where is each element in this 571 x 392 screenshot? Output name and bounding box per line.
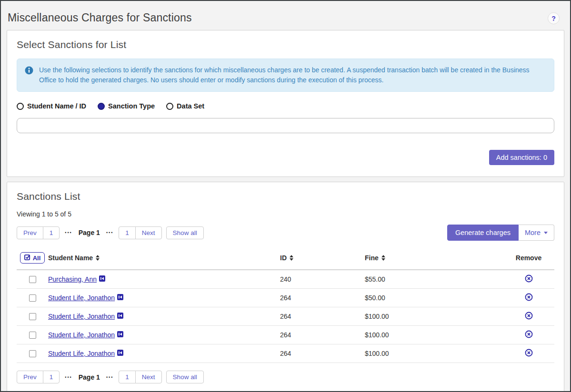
sort-icon[interactable] [381, 255, 385, 261]
sort-icon[interactable] [290, 255, 293, 261]
radio-sanction-type[interactable]: Sanction Type [98, 102, 155, 110]
row-checkbox[interactable] [29, 332, 36, 339]
info-message-text: Use the following selections to identify… [39, 65, 546, 85]
remove-circle-x-icon [525, 274, 533, 284]
remove-button[interactable] [525, 312, 533, 321]
radio-student-name-id[interactable]: Student Name / ID [17, 102, 86, 110]
prev-group: Prev 1 [17, 371, 60, 383]
open-record-icon [117, 313, 123, 320]
fine-cell: $100.00 [365, 350, 503, 357]
first-page-button[interactable]: 1 [43, 226, 60, 239]
list-section-title: Sanctions List [17, 191, 554, 202]
prev-group: Prev 1 [17, 226, 60, 239]
row-checkbox[interactable] [29, 350, 36, 357]
radio-circle-icon [166, 103, 173, 110]
table-row: Student Life, Jonathon 264 $50.00 [17, 289, 554, 307]
table-row: Student Life, Jonathon 264 $100.00 [17, 344, 554, 363]
next-group: 1 Next [119, 226, 161, 239]
select-sanctions-section: Select Sanctions for List Use the follow… [7, 30, 564, 177]
open-record-icon [117, 331, 123, 339]
remove-button[interactable] [525, 349, 533, 358]
radio-circle-icon [98, 103, 105, 110]
remove-button[interactable] [525, 330, 533, 340]
show-all-button[interactable]: Show all [166, 226, 204, 239]
pagination-ellipsis-icon: ••• [106, 230, 113, 235]
student-name-link[interactable]: Student Life, Jonathon [48, 294, 123, 302]
help-button[interactable]: ? [548, 12, 560, 24]
student-id-cell: 264 [280, 331, 365, 339]
header-id[interactable]: ID [280, 254, 365, 262]
chevron-down-icon [544, 232, 548, 234]
table-body: Purchasing, Ann 240 $55.00 Student [17, 270, 554, 363]
page-title: Miscellaneous Charges for Sanctions [8, 11, 192, 24]
radio-circle-icon [17, 103, 24, 110]
row-checkbox[interactable] [29, 294, 36, 302]
student-id-cell: 264 [280, 294, 365, 302]
remove-button[interactable] [525, 293, 533, 303]
remove-circle-x-icon [525, 293, 533, 303]
current-page-label: Page 1 [79, 229, 100, 236]
app-window: Miscellaneous Charges for Sanctions ? Se… [0, 0, 571, 392]
fine-cell: $100.00 [365, 313, 503, 320]
show-all-button[interactable]: Show all [166, 371, 204, 383]
student-name-link[interactable]: Student Life, Jonathon [48, 350, 123, 357]
remove-circle-x-icon [525, 349, 533, 358]
student-id-cell: 264 [280, 313, 365, 320]
page-header: Miscellaneous Charges for Sanctions ? [1, 1, 570, 30]
prev-page-button[interactable]: Prev [17, 226, 43, 239]
student-id-cell: 240 [280, 275, 365, 283]
remove-button[interactable] [525, 274, 533, 284]
select-all-button[interactable]: All [20, 252, 45, 264]
header-fine[interactable]: Fine [365, 254, 503, 262]
pagination-bottom: Prev 1 ••• Page 1 ••• 1 Next Show all [17, 371, 554, 383]
table-row: Purchasing, Ann 240 $55.00 [17, 270, 554, 289]
open-record-icon [99, 275, 105, 283]
student-name-link[interactable]: Student Life, Jonathon [48, 331, 123, 339]
header-student-name[interactable]: Student Name [48, 254, 280, 262]
table-row: Student Life, Jonathon 264 $100.00 [17, 307, 554, 326]
info-message-box: Use the following selections to identify… [17, 59, 554, 92]
sanction-search-input[interactable] [17, 118, 554, 133]
table-row: Student Life, Jonathon 264 $100.00 [17, 326, 554, 344]
info-icon [25, 66, 33, 76]
first-page-button[interactable]: 1 [43, 371, 60, 383]
radio-data-set[interactable]: Data Set [166, 102, 204, 110]
last-page-button[interactable]: 1 [119, 226, 136, 239]
question-mark-icon: ? [551, 15, 556, 22]
next-group: 1 Next [119, 371, 161, 383]
select-actions-row: Add sanctions: 0 [17, 150, 554, 165]
generate-charges-button[interactable]: Generate charges [447, 225, 519, 241]
fine-cell: $100.00 [365, 331, 503, 339]
last-page-button[interactable]: 1 [119, 371, 136, 383]
fine-cell: $50.00 [365, 294, 503, 302]
pagination-ellipsis-icon: ••• [65, 375, 72, 380]
list-toolbar: Prev 1 ••• Page 1 ••• 1 Next Show all Ge… [17, 225, 554, 241]
fine-cell: $55.00 [365, 275, 503, 283]
select-section-title: Select Sanctions for List [17, 39, 554, 50]
prev-page-button[interactable]: Prev [17, 371, 43, 383]
pagination-top: Prev 1 ••• Page 1 ••• 1 Next Show all [17, 226, 204, 239]
student-name-link[interactable]: Purchasing, Ann [48, 275, 105, 283]
row-checkbox[interactable] [29, 313, 36, 320]
more-button[interactable]: More [519, 225, 554, 241]
add-sanctions-button[interactable]: Add sanctions: 0 [489, 150, 554, 165]
student-id-cell: 264 [280, 350, 365, 357]
sort-icon[interactable] [96, 255, 100, 261]
student-name-link[interactable]: Student Life, Jonathon [48, 313, 123, 320]
next-page-button[interactable]: Next [135, 371, 162, 383]
search-mode-radio-group: Student Name / ID Sanction Type Data Set [17, 102, 554, 110]
row-checkbox[interactable] [29, 276, 36, 283]
checkbox-check-icon [24, 254, 30, 262]
pagination-ellipsis-icon: ••• [106, 375, 113, 380]
sanctions-table: All Student Name ID Fine Remove [17, 249, 554, 363]
sanctions-list-section: Sanctions List Viewing 1 to 5 of 5 Prev … [7, 182, 564, 392]
open-record-icon [117, 350, 123, 357]
remove-circle-x-icon [525, 330, 533, 340]
next-page-button[interactable]: Next [135, 226, 162, 239]
header-remove: Remove [503, 254, 554, 262]
current-page-label: Page 1 [79, 373, 100, 381]
pagination-ellipsis-icon: ••• [65, 230, 72, 235]
table-header-row: All Student Name ID Fine Remove [17, 249, 554, 270]
list-action-buttons: Generate charges More [447, 225, 554, 241]
viewing-status: Viewing 1 to 5 of 5 [17, 210, 554, 218]
